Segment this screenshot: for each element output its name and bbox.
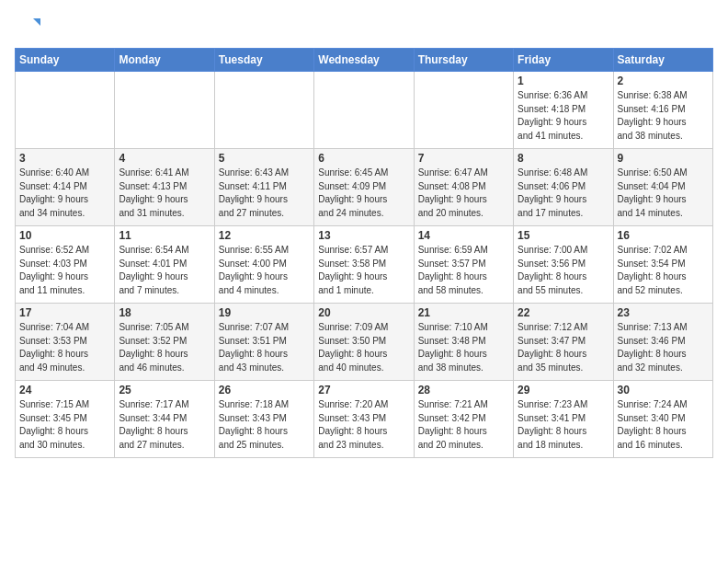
day-detail: Sunrise: 7:00 AM Sunset: 3:56 PM Dayligh… bbox=[518, 244, 609, 297]
day-number: 8 bbox=[518, 152, 609, 165]
calendar-cell: 16Sunrise: 7:02 AM Sunset: 3:54 PM Dayli… bbox=[613, 226, 712, 304]
calendar-cell: 4Sunrise: 6:41 AM Sunset: 4:13 PM Daylig… bbox=[115, 149, 214, 226]
day-detail: Sunrise: 6:48 AM Sunset: 4:06 PM Dayligh… bbox=[518, 167, 609, 220]
day-detail: Sunrise: 7:20 AM Sunset: 3:43 PM Dayligh… bbox=[318, 398, 409, 452]
day-detail: Sunrise: 7:09 AM Sunset: 3:50 PM Dayligh… bbox=[318, 321, 409, 374]
calendar-cell: 29Sunrise: 7:23 AM Sunset: 3:41 PM Dayli… bbox=[514, 381, 613, 458]
weekday-header-sunday: Sunday bbox=[16, 49, 115, 72]
calendar-cell: 18Sunrise: 7:05 AM Sunset: 3:52 PM Dayli… bbox=[115, 304, 214, 381]
calendar-cell: 1Sunrise: 6:36 AM Sunset: 4:18 PM Daylig… bbox=[514, 72, 613, 149]
calendar-table: SundayMondayTuesdayWednesdayThursdayFrid… bbox=[15, 48, 713, 458]
calendar-cell: 21Sunrise: 7:10 AM Sunset: 3:48 PM Dayli… bbox=[414, 304, 513, 381]
day-number: 13 bbox=[318, 229, 409, 242]
calendar-cell bbox=[314, 72, 414, 149]
calendar-cell: 6Sunrise: 6:45 AM Sunset: 4:09 PM Daylig… bbox=[314, 149, 414, 226]
calendar-cell: 30Sunrise: 7:24 AM Sunset: 3:40 PM Dayli… bbox=[613, 381, 712, 458]
calendar-cell: 15Sunrise: 7:00 AM Sunset: 3:56 PM Dayli… bbox=[514, 226, 613, 304]
day-number: 25 bbox=[119, 384, 210, 396]
calendar-cell bbox=[115, 72, 214, 149]
day-number: 16 bbox=[618, 229, 709, 242]
day-number: 7 bbox=[418, 152, 509, 165]
day-detail: Sunrise: 6:50 AM Sunset: 4:04 PM Dayligh… bbox=[618, 167, 709, 220]
svg-rect-1 bbox=[15, 15, 33, 40]
day-detail: Sunrise: 6:47 AM Sunset: 4:08 PM Dayligh… bbox=[418, 167, 509, 220]
calendar-cell bbox=[214, 72, 313, 149]
day-detail: Sunrise: 6:59 AM Sunset: 3:57 PM Dayligh… bbox=[418, 244, 509, 297]
calendar-cell: 22Sunrise: 7:12 AM Sunset: 3:47 PM Dayli… bbox=[514, 304, 613, 381]
day-detail: Sunrise: 6:57 AM Sunset: 3:58 PM Dayligh… bbox=[318, 244, 409, 297]
day-number: 28 bbox=[418, 384, 509, 396]
week-row-1: 3Sunrise: 6:40 AM Sunset: 4:14 PM Daylig… bbox=[16, 149, 713, 226]
calendar-cell: 8Sunrise: 6:48 AM Sunset: 4:06 PM Daylig… bbox=[514, 149, 613, 226]
day-number: 17 bbox=[19, 306, 110, 319]
day-detail: Sunrise: 7:17 AM Sunset: 3:44 PM Dayligh… bbox=[119, 398, 210, 452]
day-number: 12 bbox=[219, 229, 310, 242]
calendar-cell bbox=[414, 72, 513, 149]
day-number: 30 bbox=[618, 384, 709, 396]
weekday-header-saturday: Saturday bbox=[613, 49, 712, 72]
day-detail: Sunrise: 7:21 AM Sunset: 3:42 PM Dayligh… bbox=[418, 398, 509, 452]
weekday-header-tuesday: Tuesday bbox=[214, 49, 313, 72]
day-detail: Sunrise: 6:36 AM Sunset: 4:18 PM Dayligh… bbox=[518, 89, 609, 143]
day-number: 2 bbox=[618, 75, 709, 87]
day-number: 15 bbox=[518, 229, 609, 242]
week-row-4: 24Sunrise: 7:15 AM Sunset: 3:45 PM Dayli… bbox=[16, 381, 713, 458]
logo bbox=[15, 15, 44, 40]
day-detail: Sunrise: 6:45 AM Sunset: 4:09 PM Dayligh… bbox=[318, 167, 409, 220]
week-row-0: 1Sunrise: 6:36 AM Sunset: 4:18 PM Daylig… bbox=[16, 72, 713, 149]
svg-marker-0 bbox=[33, 18, 40, 26]
day-detail: Sunrise: 7:23 AM Sunset: 3:41 PM Dayligh… bbox=[518, 398, 609, 452]
weekday-header-wednesday: Wednesday bbox=[314, 49, 414, 72]
calendar-cell: 27Sunrise: 7:20 AM Sunset: 3:43 PM Dayli… bbox=[314, 381, 414, 458]
day-number: 6 bbox=[318, 152, 409, 165]
day-detail: Sunrise: 6:55 AM Sunset: 4:00 PM Dayligh… bbox=[219, 244, 310, 297]
day-number: 24 bbox=[19, 384, 110, 396]
calendar-cell: 20Sunrise: 7:09 AM Sunset: 3:50 PM Dayli… bbox=[314, 304, 414, 381]
calendar-cell: 13Sunrise: 6:57 AM Sunset: 3:58 PM Dayli… bbox=[314, 226, 414, 304]
week-row-3: 17Sunrise: 7:04 AM Sunset: 3:53 PM Dayli… bbox=[16, 304, 713, 381]
day-detail: Sunrise: 7:12 AM Sunset: 3:47 PM Dayligh… bbox=[518, 321, 609, 374]
day-number: 3 bbox=[19, 152, 110, 165]
day-number: 18 bbox=[119, 306, 210, 319]
calendar-cell: 17Sunrise: 7:04 AM Sunset: 3:53 PM Dayli… bbox=[16, 304, 115, 381]
calendar-cell: 23Sunrise: 7:13 AM Sunset: 3:46 PM Dayli… bbox=[613, 304, 712, 381]
day-number: 14 bbox=[418, 229, 509, 242]
day-number: 5 bbox=[219, 152, 310, 165]
day-number: 26 bbox=[219, 384, 310, 396]
logo-icon bbox=[15, 15, 40, 40]
day-number: 21 bbox=[418, 306, 509, 319]
day-number: 20 bbox=[318, 306, 409, 319]
calendar-cell: 24Sunrise: 7:15 AM Sunset: 3:45 PM Dayli… bbox=[16, 381, 115, 458]
weekday-header-thursday: Thursday bbox=[414, 49, 513, 72]
day-detail: Sunrise: 6:43 AM Sunset: 4:11 PM Dayligh… bbox=[219, 167, 310, 220]
day-detail: Sunrise: 6:41 AM Sunset: 4:13 PM Dayligh… bbox=[119, 167, 210, 220]
day-detail: Sunrise: 7:02 AM Sunset: 3:54 PM Dayligh… bbox=[618, 244, 709, 297]
calendar-cell: 26Sunrise: 7:18 AM Sunset: 3:43 PM Dayli… bbox=[214, 381, 313, 458]
day-number: 22 bbox=[518, 306, 609, 319]
day-detail: Sunrise: 7:05 AM Sunset: 3:52 PM Dayligh… bbox=[119, 321, 210, 374]
day-detail: Sunrise: 7:24 AM Sunset: 3:40 PM Dayligh… bbox=[618, 398, 709, 452]
calendar-cell: 5Sunrise: 6:43 AM Sunset: 4:11 PM Daylig… bbox=[214, 149, 313, 226]
day-number: 27 bbox=[318, 384, 409, 396]
day-number: 19 bbox=[219, 306, 310, 319]
calendar-cell: 25Sunrise: 7:17 AM Sunset: 3:44 PM Dayli… bbox=[115, 381, 214, 458]
day-detail: Sunrise: 6:40 AM Sunset: 4:14 PM Dayligh… bbox=[19, 167, 110, 220]
calendar-cell: 19Sunrise: 7:07 AM Sunset: 3:51 PM Dayli… bbox=[214, 304, 313, 381]
day-detail: Sunrise: 7:07 AM Sunset: 3:51 PM Dayligh… bbox=[219, 321, 310, 374]
day-number: 11 bbox=[119, 229, 210, 242]
week-row-2: 10Sunrise: 6:52 AM Sunset: 4:03 PM Dayli… bbox=[16, 226, 713, 304]
day-number: 4 bbox=[119, 152, 210, 165]
day-number: 29 bbox=[518, 384, 609, 396]
calendar-cell: 10Sunrise: 6:52 AM Sunset: 4:03 PM Dayli… bbox=[16, 226, 115, 304]
day-detail: Sunrise: 7:10 AM Sunset: 3:48 PM Dayligh… bbox=[418, 321, 509, 374]
day-detail: Sunrise: 6:54 AM Sunset: 4:01 PM Dayligh… bbox=[119, 244, 210, 297]
day-number: 9 bbox=[618, 152, 709, 165]
calendar-cell: 14Sunrise: 6:59 AM Sunset: 3:57 PM Dayli… bbox=[414, 226, 513, 304]
calendar-cell: 28Sunrise: 7:21 AM Sunset: 3:42 PM Dayli… bbox=[414, 381, 513, 458]
calendar-cell: 9Sunrise: 6:50 AM Sunset: 4:04 PM Daylig… bbox=[613, 149, 712, 226]
day-number: 23 bbox=[618, 306, 709, 319]
day-number: 1 bbox=[518, 75, 609, 87]
page: SundayMondayTuesdayWednesdayThursdayFrid… bbox=[0, 0, 728, 465]
calendar-cell: 3Sunrise: 6:40 AM Sunset: 4:14 PM Daylig… bbox=[16, 149, 115, 226]
day-detail: Sunrise: 7:18 AM Sunset: 3:43 PM Dayligh… bbox=[219, 398, 310, 452]
